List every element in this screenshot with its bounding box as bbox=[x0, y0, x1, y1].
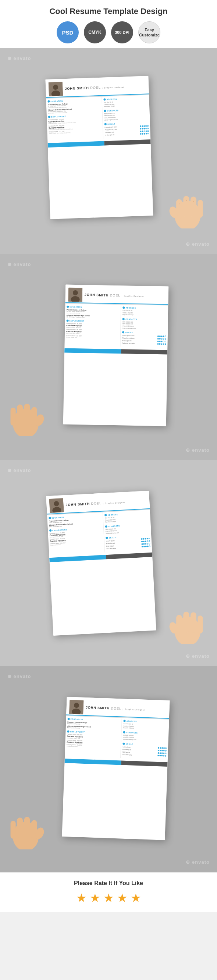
rc-blue-bottom-1 bbox=[48, 141, 104, 148]
hand-container-3: JOHN SMITH DOEL | Graphic Designer EDUCA… bbox=[7, 493, 210, 633]
svg-rect-23 bbox=[184, 612, 189, 633]
rc-body-2: EDUCATION Praesent Laoreet College 00 - … bbox=[64, 304, 168, 348]
page-footer: Please Rate It If You Like ★ ★ ★ ★ ★ bbox=[0, 872, 217, 912]
rc-blue-bottom-3 bbox=[49, 555, 106, 562]
rc-body-1: EDUCATION Praesent Laoreet College 00 - … bbox=[46, 95, 150, 140]
badge-psd: PSD bbox=[57, 21, 79, 43]
resume-card-4: JOHN SMITH DOEL | Graphic Designer EDUCA… bbox=[62, 697, 169, 840]
preview-section-1: ⊕ envato ⊕ envato JOHN SMITH bbox=[0, 48, 217, 254]
rc-header-4: JOHN SMITH DOEL | Graphic Designer bbox=[66, 697, 170, 719]
rc-left-4: EDUCATION Praesent Laoreet College Major… bbox=[65, 716, 122, 758]
rc-blue-bottom-2 bbox=[64, 348, 121, 354]
svg-rect-11 bbox=[24, 404, 30, 425]
rc-bottom-bars-1 bbox=[48, 139, 150, 148]
badge-dpi: 300 DPI bbox=[111, 21, 133, 43]
badge-cmyk: CMYK bbox=[84, 21, 106, 43]
rc-gray-bottom-2 bbox=[121, 349, 167, 354]
rc-name-block-3: JOHN SMITH DOEL | Graphic Designer bbox=[65, 499, 146, 507]
resume-card-3: JOHN SMITH DOEL | Graphic Designer EDUCA… bbox=[46, 491, 156, 636]
rc-gray-bottom-4 bbox=[121, 760, 167, 766]
hand-svg-4 bbox=[4, 794, 48, 850]
skills-icon-1 bbox=[105, 123, 107, 125]
hand-container-1: JOHN SMITH DOEL | Graphic Designer EDUCA… bbox=[7, 85, 210, 217]
watermark-br-2: ⊕ envato bbox=[186, 447, 210, 453]
star-2: ★ bbox=[90, 891, 100, 905]
rc-header-1: JOHN SMITH DOEL | Graphic Designer bbox=[45, 76, 149, 99]
badge-psd-label: PSD bbox=[62, 29, 74, 36]
rc-name-4: JOHN SMITH DOEL | Graphic Designer bbox=[86, 706, 166, 712]
rc-name-1: JOHN SMITH DOEL | Graphic Designer bbox=[65, 84, 146, 91]
star-5: ★ bbox=[131, 891, 141, 905]
watermark-tl-1: ⊕ envato bbox=[7, 56, 31, 61]
rc-blue-bottom-4 bbox=[64, 758, 121, 764]
hand-container-4: JOHN SMITH DOEL | Graphic Designer EDUCA… bbox=[7, 700, 210, 838]
preview-section-3: ⊕ envato ⊕ envato JOHN SMITH DOEL | Grap… bbox=[0, 460, 217, 666]
photo-svg bbox=[49, 82, 63, 96]
watermark-br-1: ⊕ envato bbox=[186, 241, 210, 247]
hand-svg-3 bbox=[166, 589, 210, 644]
page-header: Cool Resume Template Design PSD CMYK 300… bbox=[0, 0, 217, 48]
rc-gray-bottom-3 bbox=[106, 552, 152, 559]
badges-row: PSD CMYK 300 DPI EasyCustomize bbox=[4, 21, 213, 43]
star-3: ★ bbox=[103, 891, 114, 905]
rc-photo-1 bbox=[49, 82, 63, 96]
rc-name-block-2: JOHN SMITH DOEL | Graphic Designer bbox=[85, 293, 166, 298]
preview-section-4: ⊕ envato ⊕ envato bbox=[0, 666, 217, 872]
rc-name-block-1: JOHN SMITH DOEL | Graphic Designer bbox=[65, 84, 146, 91]
rc-right-4: ADDRESS East First Str. 00Creative City … bbox=[120, 718, 169, 759]
svg-rect-31 bbox=[11, 821, 16, 839]
rc-right-1: ADDRESS East First Str. 00Creative City … bbox=[102, 95, 150, 139]
stars-row: ★ ★ ★ ★ ★ bbox=[4, 891, 213, 905]
svg-rect-29 bbox=[24, 817, 30, 838]
svg-rect-5 bbox=[184, 196, 189, 217]
rc-right-3: ADDRESS East First Str. 00Creative City … bbox=[103, 510, 152, 552]
svg-rect-25 bbox=[198, 616, 203, 633]
employment-icon-1 bbox=[48, 116, 51, 118]
watermark-br-3: ⊕ envato bbox=[186, 653, 210, 659]
contacts-icon-1 bbox=[104, 110, 106, 112]
watermark-tl-4: ⊕ envato bbox=[7, 674, 31, 679]
svg-rect-7 bbox=[198, 200, 203, 218]
watermark-tl-2: ⊕ envato bbox=[7, 262, 31, 267]
rc-photo-3 bbox=[49, 498, 64, 513]
resume-card-2: JOHN SMITH DOEL | Graphic Designer EDUCA… bbox=[63, 285, 169, 426]
rc-left-1: EDUCATION Praesent Laoreet College 00 - … bbox=[46, 97, 103, 140]
star-4: ★ bbox=[117, 891, 128, 905]
rc-photo-4 bbox=[69, 700, 84, 714]
rc-name-block-4: JOHN SMITH DOEL | Graphic Designer bbox=[86, 706, 166, 712]
education-icon-1 bbox=[48, 100, 50, 103]
rc-left-2: EDUCATION Praesent Laoreet College 00 - … bbox=[64, 304, 121, 347]
svg-rect-13 bbox=[11, 407, 16, 426]
hand-container-2: JOHN SMITH DOEL | Graphic Designer EDUCA… bbox=[7, 289, 210, 425]
resume-card-1: JOHN SMITH DOEL | Graphic Designer EDUCA… bbox=[45, 76, 153, 219]
rc-edu-entry-2: Aliquam Molestie High School 00 - 00 | M… bbox=[48, 107, 101, 114]
rc-name-2: JOHN SMITH DOEL | Graphic Designer bbox=[85, 293, 166, 298]
preview-section-2: ⊕ envato ⊕ envato bbox=[0, 254, 217, 460]
rc-body-3: EDUCATION Praesent Laoreet College Major… bbox=[47, 510, 152, 555]
rc-right-2: ADDRESS East First Str. 00Creative City … bbox=[120, 305, 168, 347]
svg-rect-12 bbox=[17, 405, 23, 425]
hand-svg-2 bbox=[4, 381, 48, 436]
rc-gray-bottom-1 bbox=[104, 139, 150, 145]
rc-header-2: JOHN SMITH DOEL | Graphic Designer bbox=[65, 285, 168, 306]
badge-easy-label: EasyCustomize bbox=[139, 27, 160, 38]
svg-rect-30 bbox=[17, 818, 23, 838]
rc-bottom-bars-2 bbox=[64, 348, 167, 355]
svg-rect-6 bbox=[190, 197, 196, 217]
address-icon-1 bbox=[104, 98, 106, 100]
watermark-tl-3: ⊕ envato bbox=[7, 468, 31, 473]
badge-cmyk-label: CMYK bbox=[88, 30, 101, 35]
rc-body-4: EDUCATION Praesent Laoreet College Major… bbox=[65, 716, 169, 759]
badge-easy: EasyCustomize bbox=[138, 21, 160, 43]
rc-photo-2 bbox=[68, 288, 83, 302]
watermark-br-4: ⊕ envato bbox=[186, 859, 210, 865]
hand-svg-1 bbox=[166, 173, 210, 228]
rc-left-3: EDUCATION Praesent Laoreet College Major… bbox=[47, 512, 105, 555]
badge-dpi-label: 300 DPI bbox=[115, 30, 130, 35]
rc-name-3: JOHN SMITH DOEL | Graphic Designer bbox=[65, 499, 146, 507]
footer-title: Please Rate It If You Like bbox=[4, 880, 213, 886]
page-title: Cool Resume Template Design bbox=[4, 6, 213, 16]
svg-rect-24 bbox=[190, 612, 196, 633]
star-1: ★ bbox=[76, 891, 87, 905]
